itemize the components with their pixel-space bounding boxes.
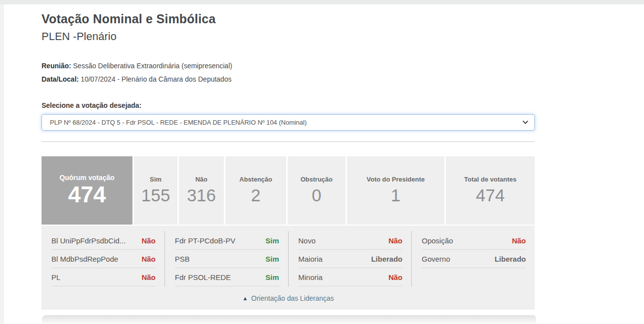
orientation-row: PSB Sim xyxy=(175,250,279,268)
quorum-box: Quórum votação 474 xyxy=(42,156,132,225)
orientation-column-2: Fdr PT-PCdoB-PV Sim PSB Sim Fdr PSOL-RED… xyxy=(165,231,288,286)
summary-cell-voto-presidente: Voto do Presidente 1 xyxy=(345,156,444,225)
summary-value: 155 xyxy=(141,185,170,205)
orientation-column-1: Bl UniPpFdrPsdbCid... Não Bl MdbPsdRepPo… xyxy=(42,231,165,286)
orientation-row-empty xyxy=(422,268,526,286)
party-name: PL xyxy=(51,273,60,281)
orientation-row: Oposição Não xyxy=(422,231,526,250)
page-title: Votação Nominal e Simbólica xyxy=(42,12,535,26)
triangle-up-icon: ▲ xyxy=(242,295,248,301)
party-name: Minoria xyxy=(299,273,323,281)
datelocal-label: Data/Local: xyxy=(42,75,79,83)
orientation-panel: Bl UniPpFdrPsdbCid... Não Bl MdbPsdRepPo… xyxy=(42,226,535,310)
summary-cell-sim: Sim 155 xyxy=(132,156,177,225)
page-top-strip xyxy=(0,0,644,4)
orientation-column-4: Oposição Não Governo Liberado xyxy=(411,231,535,286)
orientation-toggle-label: Orientação das Lideranças xyxy=(251,294,334,302)
meeting-label: Reunião: xyxy=(42,62,71,70)
summary-value: 1 xyxy=(391,185,400,205)
page-left-strip xyxy=(0,4,4,324)
section-divider xyxy=(42,141,535,142)
orientation-row: Novo Não xyxy=(299,231,403,250)
party-name: Novo xyxy=(299,236,316,245)
party-vote: Não xyxy=(141,255,155,263)
party-name: Bl UniPpFdrPsdbCid... xyxy=(51,236,126,245)
party-vote: Liberado xyxy=(495,255,526,263)
party-vote: Não xyxy=(512,236,526,245)
summary-value: 2 xyxy=(251,185,260,205)
party-vote: Sim xyxy=(265,236,279,245)
summary-value: 0 xyxy=(312,185,321,205)
orientation-row: Minoria Não xyxy=(299,268,403,286)
next-section-edge xyxy=(42,315,536,324)
summary-label: Obstrução xyxy=(301,176,333,183)
summary-cell-nao: Não 316 xyxy=(177,156,224,225)
party-vote: Sim xyxy=(265,255,279,263)
summary-label: Abstenção xyxy=(239,176,272,183)
party-name: Bl MdbPsdRepPode xyxy=(51,255,118,263)
orientation-columns: Bl UniPpFdrPsdbCid... Não Bl MdbPsdRepPo… xyxy=(42,231,535,286)
summary-label: Não xyxy=(195,176,208,183)
summary-cell-total-votantes: Total de votantes 474 xyxy=(444,156,535,225)
summary-cell-abstencao: Abstenção 2 xyxy=(224,156,286,225)
party-name: Maioria xyxy=(299,255,323,263)
party-vote: Liberado xyxy=(371,255,402,263)
party-name: Fdr PT-PCdoB-PV xyxy=(175,236,236,245)
party-name: Fdr PSOL-REDE xyxy=(175,273,231,281)
main-content: Votação Nominal e Simbólica PLEN -Plenár… xyxy=(42,4,535,310)
page-subtitle: PLEN -Plenário xyxy=(42,30,535,43)
orientation-row: Bl UniPpFdrPsdbCid... Não xyxy=(51,231,156,250)
orientation-row: Fdr PT-PCdoB-PV Sim xyxy=(175,231,279,250)
orientation-row: Maioria Liberado xyxy=(299,250,403,268)
vote-select[interactable]: PLP Nº 68/2024 - DTQ 5 - Fdr PSOL - REDE… xyxy=(42,114,535,131)
quorum-label: Quórum votação xyxy=(59,174,114,182)
orientation-row: Fdr PSOL-REDE Sim xyxy=(175,268,279,286)
vote-select-value: PLP Nº 68/2024 - DTQ 5 - Fdr PSOL - REDE… xyxy=(50,119,307,126)
vote-summary-strip: Quórum votação 474 Sim 155 Não 316 Abste… xyxy=(42,156,535,225)
vote-select-label: Selecione a votação desejada: xyxy=(42,101,535,111)
party-vote: Sim xyxy=(265,273,279,281)
summary-value: 316 xyxy=(187,185,215,205)
party-vote: Não xyxy=(141,236,155,245)
party-name: PSB xyxy=(175,255,190,263)
party-vote: Não xyxy=(388,236,402,245)
quorum-value: 474 xyxy=(68,182,106,208)
orientation-column-3: Novo Não Maioria Liberado Minoria Não xyxy=(288,231,412,286)
orientation-row: PL Não xyxy=(51,268,156,286)
summary-label: Total de votantes xyxy=(464,176,516,183)
orientation-row: Bl MdbPsdRepPode Não xyxy=(51,250,156,268)
chevron-down-icon xyxy=(522,118,528,124)
summary-label: Voto do Presidente xyxy=(367,176,425,183)
datelocal-value: 10/07/2024 - Plenário da Câmara dos Depu… xyxy=(79,75,231,83)
meeting-value: Sessão Deliberativa Extraordinária (semi… xyxy=(71,62,232,70)
party-name: Governo xyxy=(422,255,450,263)
summary-value: 474 xyxy=(476,185,505,205)
party-vote: Não xyxy=(388,273,402,281)
meeting-line: Reunião: Sessão Deliberativa Extraordiná… xyxy=(42,59,535,73)
party-vote: Não xyxy=(141,273,155,281)
datelocal-line: Data/Local: 10/07/2024 - Plenário da Câm… xyxy=(42,73,535,86)
summary-cell-obstrucao: Obstrução 0 xyxy=(286,156,345,225)
orientation-row: Governo Liberado xyxy=(422,250,526,268)
summary-label: Sim xyxy=(150,176,162,183)
party-name: Oposição xyxy=(422,236,453,245)
orientation-toggle-link[interactable]: ▲Orientação das Lideranças xyxy=(42,294,535,302)
meeting-info: Reunião: Sessão Deliberativa Extraordiná… xyxy=(42,59,535,86)
